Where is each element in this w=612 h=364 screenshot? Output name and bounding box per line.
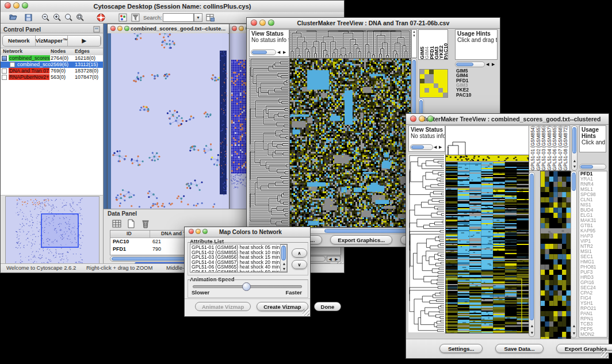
treeview1-titlebar[interactable]: ClusterMaker TreeView : DNA and Tran 07-… (247, 18, 500, 29)
zoom-window-icon[interactable] (22, 2, 28, 9)
scroll-right-icon[interactable]: ▶ (283, 50, 286, 55)
column-label[interactable]: GIM3 (434, 47, 438, 59)
delete-attribute-icon[interactable] (140, 219, 150, 228)
move-up-button[interactable]: ∧ (292, 248, 307, 258)
dialog-button[interactable]: Animate Vizmap (195, 302, 251, 311)
treeview-button[interactable]: Save Data... (495, 344, 543, 353)
column-label[interactable]: PAC10 (443, 43, 447, 59)
slider-thumb[interactable] (242, 282, 251, 291)
scroll-left-icon[interactable]: ◀ (277, 50, 280, 55)
resize-grip[interactable] (303, 309, 309, 316)
column-label[interactable]: GPL51-07 (GSM868) (558, 126, 564, 170)
column-dendrogram-canvas[interactable] (289, 29, 411, 59)
zoom-window-icon[interactable] (124, 26, 129, 31)
scroll-left-icon[interactable]: ◀ (434, 145, 437, 150)
usage-hscrollbar[interactable] (455, 62, 485, 67)
scroll-left-icon[interactable]: ◀ (486, 62, 489, 67)
frame1-titlebar[interactable]: combined_scores_good.txt--cluste... (108, 24, 229, 34)
gene-label[interactable]: MON2 (580, 332, 607, 337)
minimize-icon[interactable] (239, 26, 244, 31)
zoom-heatmap-canvas[interactable] (540, 171, 571, 339)
heatmap-vscrollbar[interactable]: ▲▼ (529, 172, 535, 337)
global-heatmap-canvas[interactable] (445, 155, 529, 334)
network-row[interactable]: combined_scores 2764(0) 16218(0) (1, 55, 103, 62)
vizmap-icon[interactable] (118, 13, 128, 22)
column-scroll-strip[interactable]: ▲ ▼ (411, 29, 417, 58)
attribute-list-vscrollbar[interactable]: ▲▼ (280, 244, 287, 272)
dialog-titlebar[interactable]: Map Colors to Network (185, 227, 310, 237)
scroll-right-icon[interactable]: ▶ (439, 145, 442, 150)
control-panel-tab[interactable]: ▶ (68, 36, 101, 46)
dialog-button[interactable]: Create Vizmap (257, 302, 308, 311)
column-label[interactable]: PFD1 (429, 46, 434, 59)
zoom-window-icon[interactable] (202, 229, 208, 234)
column-label[interactable]: GPL51-08 (GSM872) (563, 126, 569, 170)
zoomview-vscrollbar[interactable]: ▲▼ (571, 171, 577, 338)
zoom-window-icon[interactable] (268, 20, 274, 26)
close-icon[interactable] (410, 116, 416, 122)
network-row[interactable]: combined_sco 2569(6) 13112(15) (1, 62, 103, 68)
row-dendrogram-canvas[interactable] (408, 155, 445, 332)
zoom-heatmap-canvas[interactable] (419, 69, 448, 98)
treeview2-titlebar[interactable]: ClusterMaker TreeView : combined_scores_… (406, 114, 609, 125)
column-label[interactable]: GPL51-01 (GSM854) (530, 126, 536, 170)
search-dropdown-icon[interactable]: ▼ (194, 13, 202, 22)
minimize-icon[interactable] (196, 229, 201, 234)
network-row[interactable]: RNAPuberNov2+ 563(0) 107847(0) (1, 74, 103, 81)
column-label[interactable]: GPL51-03 (GSM856) (541, 126, 547, 170)
minimize-icon[interactable] (13, 2, 20, 9)
new-attribute-icon[interactable] (126, 219, 136, 228)
dialog-button[interactable]: Done (314, 302, 342, 311)
attribute-table-icon[interactable] (205, 13, 215, 22)
column-labels-vscrollbar[interactable]: ▲▼ (571, 125, 577, 171)
data-panel-hscroll-arrows[interactable]: ◀▶ (327, 256, 341, 262)
column-label[interactable]: GPL51-04 (GSM857) (547, 126, 553, 170)
col-edges[interactable]: Edges (75, 48, 90, 54)
minimize-icon[interactable] (259, 20, 266, 26)
close-icon[interactable] (232, 26, 237, 31)
main-titlebar[interactable]: Cytoscape Desktop (Session Name: collins… (1, 1, 344, 13)
attr-col-id[interactable]: ID (127, 231, 132, 236)
zoom-window-icon[interactable] (427, 116, 434, 122)
column-label[interactable]: GPL51-02 (GSM855) (536, 126, 542, 170)
treeview-button[interactable]: Export Graphics... (330, 235, 392, 244)
float-panel-icon[interactable] (93, 25, 100, 35)
view-status-hscrollbar[interactable] (251, 49, 276, 55)
usage-hscrollbar[interactable] (579, 164, 606, 170)
minimize-icon[interactable] (419, 116, 425, 122)
network-overview-canvas[interactable] (5, 196, 100, 268)
move-down-button[interactable]: ∨ (292, 260, 307, 269)
search-input[interactable] (163, 13, 194, 22)
network-row[interactable]: DNA and Tran 07 769(0) 183728(0) (1, 68, 103, 74)
global-heatmap-canvas[interactable] (289, 58, 411, 228)
control-panel-tab[interactable]: VizMapper™ (36, 36, 68, 46)
treeview-button[interactable]: Settings... (439, 344, 483, 353)
control-panel-tab[interactable]: Network (3, 36, 36, 46)
col-network[interactable]: Network (3, 48, 22, 54)
resize-grip[interactable] (601, 351, 608, 358)
network-view-canvas-1[interactable] (108, 33, 228, 209)
zoom-out-icon[interactable] (41, 13, 51, 22)
close-icon[interactable] (189, 229, 194, 234)
zoom-in-icon[interactable] (52, 13, 62, 22)
close-icon[interactable] (5, 2, 11, 9)
column-label[interactable]: GPL51-06 (GSM865) (552, 126, 558, 170)
row-dendrogram-canvas[interactable] (249, 58, 289, 227)
zoom-fit-icon[interactable] (75, 13, 85, 22)
attribute-list[interactable]: GPL51-01 (GSM854) heat shock 05 minGPL51… (190, 244, 288, 273)
attribute-list-item[interactable]: GPL51-07 (GSM868) heat shock 60 min (190, 270, 287, 273)
zoom-row-label[interactable]: PAC10 (456, 93, 498, 97)
table-view-icon[interactable] (112, 219, 121, 228)
scroll-right-icon[interactable]: ▶ (492, 62, 495, 67)
animation-speed-slider[interactable] (193, 285, 302, 288)
open-file-icon[interactable] (9, 13, 18, 22)
column-dendrogram-canvas[interactable] (445, 125, 530, 156)
save-icon[interactable] (24, 13, 33, 22)
filter-icon[interactable] (131, 13, 140, 22)
zoom-selected-icon[interactable] (64, 13, 74, 22)
close-icon[interactable] (110, 26, 116, 31)
view-status-hscrollbar[interactable] (410, 144, 433, 150)
column-label[interactable]: GIM4 (424, 47, 429, 59)
minimize-icon[interactable] (117, 26, 123, 31)
close-icon[interactable] (251, 20, 257, 26)
